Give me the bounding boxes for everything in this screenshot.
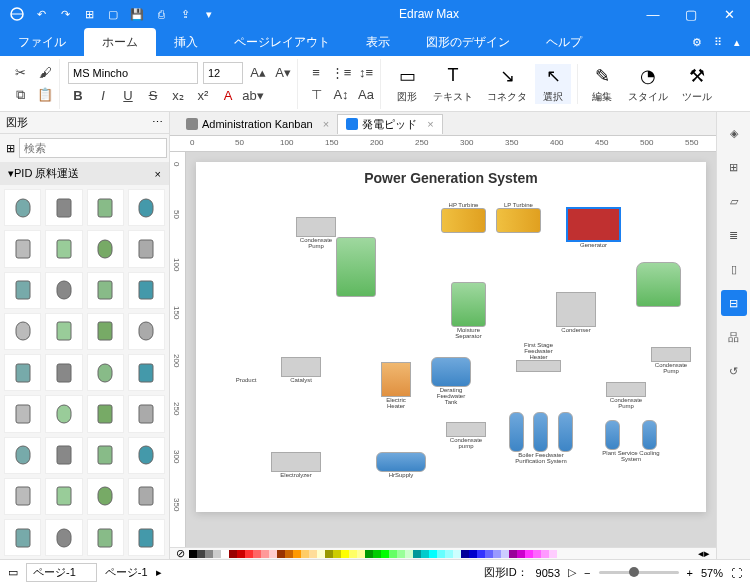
color-swatch[interactable] xyxy=(333,550,341,558)
copy-icon[interactable]: ⧉ xyxy=(10,85,30,105)
color-swatch[interactable] xyxy=(445,550,453,558)
shape-stencil[interactable] xyxy=(128,230,165,267)
shape-stencil[interactable] xyxy=(45,354,82,391)
tab-shape-design[interactable]: 図形のデザイン xyxy=(408,28,528,56)
color-swatch[interactable] xyxy=(429,550,437,558)
app-logo-icon[interactable] xyxy=(6,3,28,25)
no-fill-icon[interactable]: ⊘ xyxy=(176,547,185,560)
tab-home[interactable]: ホーム xyxy=(84,28,156,56)
color-swatch[interactable] xyxy=(301,550,309,558)
eq-condensate-pump-1[interactable]: Condensate Pump xyxy=(296,217,336,249)
color-swatch[interactable] xyxy=(229,550,237,558)
text-button[interactable]: Tテキスト xyxy=(427,64,479,104)
color-swatch[interactable] xyxy=(453,550,461,558)
shape-stencil[interactable] xyxy=(128,478,165,515)
palette-scroll-right-icon[interactable]: ▸ xyxy=(704,547,710,560)
color-swatch[interactable] xyxy=(509,550,517,558)
color-swatch[interactable] xyxy=(213,550,221,558)
color-swatch[interactable] xyxy=(277,550,285,558)
shape-stencil[interactable] xyxy=(4,354,41,391)
rt-image-icon[interactable]: ▱ xyxy=(721,188,747,214)
underline-icon[interactable]: U xyxy=(118,86,138,106)
strike-icon[interactable]: S xyxy=(143,86,163,106)
shape-stencil[interactable] xyxy=(128,272,165,309)
zoom-in-icon[interactable]: + xyxy=(687,567,693,579)
shape-stencil[interactable] xyxy=(45,395,82,432)
shape-stencil[interactable] xyxy=(87,272,124,309)
color-swatch[interactable] xyxy=(261,550,269,558)
shape-stencil[interactable] xyxy=(4,478,41,515)
eq-h-supply[interactable]: HrSupply xyxy=(376,452,426,478)
qat-dropdown-icon[interactable]: ▾ xyxy=(198,3,220,25)
color-swatch[interactable] xyxy=(253,550,261,558)
edit-button[interactable]: ✎編集 xyxy=(584,64,620,104)
eq-moisture-separator[interactable]: Moisture Separator xyxy=(451,282,486,339)
eq-condensate-pump-4[interactable]: Condensate Pump xyxy=(606,382,646,409)
eq-hp-turbine[interactable]: HP Turbine xyxy=(441,202,486,233)
color-swatch[interactable] xyxy=(237,550,245,558)
redo-icon[interactable]: ↷ xyxy=(54,3,76,25)
page-view-icon[interactable]: ▭ xyxy=(8,566,18,579)
color-swatch[interactable] xyxy=(413,550,421,558)
shape-stencil[interactable] xyxy=(45,230,82,267)
shape-category-header[interactable]: ▾ PID 原料運送 × xyxy=(0,162,169,185)
open-icon[interactable]: ▢ xyxy=(102,3,124,25)
subscript-icon[interactable]: x₂ xyxy=(168,86,188,106)
shape-stencil[interactable] xyxy=(87,313,124,350)
diagram-page[interactable]: Power Generation System Condensate Pump … xyxy=(196,162,706,512)
color-swatch[interactable] xyxy=(189,550,197,558)
maximize-button[interactable]: ▢ xyxy=(676,7,706,22)
shape-stencil[interactable] xyxy=(4,230,41,267)
tab-file[interactable]: ファイル xyxy=(0,28,84,56)
tab-insert[interactable]: 挿入 xyxy=(156,28,216,56)
color-swatch[interactable] xyxy=(325,550,333,558)
color-swatch[interactable] xyxy=(533,550,541,558)
color-swatch[interactable] xyxy=(525,550,533,558)
format-painter-icon[interactable]: 🖌 xyxy=(35,63,55,83)
doc-tab-power-gen[interactable]: 発電ピッド× xyxy=(337,114,442,134)
color-swatch[interactable] xyxy=(517,550,525,558)
bold-icon[interactable]: B xyxy=(68,86,88,106)
print-icon[interactable]: ⎙ xyxy=(150,3,172,25)
page-tab[interactable]: ページ-1 xyxy=(105,565,148,580)
italic-icon[interactable]: I xyxy=(93,86,113,106)
color-swatch[interactable] xyxy=(501,550,509,558)
shape-stencil[interactable] xyxy=(45,189,82,226)
shapes-lib-icon[interactable]: ⊞ xyxy=(6,142,15,155)
shape-stencil[interactable] xyxy=(128,354,165,391)
tab-help[interactable]: ヘルプ xyxy=(528,28,600,56)
color-swatch[interactable] xyxy=(197,550,205,558)
shape-stencil[interactable] xyxy=(87,230,124,267)
color-swatch[interactable] xyxy=(341,550,349,558)
color-swatch[interactable] xyxy=(285,550,293,558)
font-name-select[interactable] xyxy=(68,62,198,84)
add-page-icon[interactable]: ▸ xyxy=(156,566,162,579)
presentation-icon[interactable]: ▷ xyxy=(568,566,576,579)
increase-font-icon[interactable]: A▴ xyxy=(248,63,268,83)
shape-stencil[interactable] xyxy=(45,519,82,556)
color-swatch[interactable] xyxy=(469,550,477,558)
color-swatch[interactable] xyxy=(397,550,405,558)
rt-history-icon[interactable]: ↺ xyxy=(721,358,747,384)
fit-page-icon[interactable]: ⛶ xyxy=(731,567,742,579)
shapes-panel-more-icon[interactable]: ⋯ xyxy=(152,116,163,129)
zoom-out-icon[interactable]: − xyxy=(584,567,590,579)
shape-stencil[interactable] xyxy=(87,189,124,226)
shape-stencil[interactable] xyxy=(4,519,41,556)
collapse-ribbon-icon[interactable]: ▴ xyxy=(734,36,740,49)
shape-stencil[interactable] xyxy=(128,519,165,556)
color-swatch[interactable] xyxy=(357,550,365,558)
select-button[interactable]: ↖選択 xyxy=(535,64,571,104)
shape-stencil[interactable] xyxy=(128,313,165,350)
color-swatch[interactable] xyxy=(485,550,493,558)
color-swatch[interactable] xyxy=(477,550,485,558)
eq-stack[interactable] xyxy=(336,237,376,297)
rt-grid-icon[interactable]: ⊞ xyxy=(721,154,747,180)
color-swatch[interactable] xyxy=(461,550,469,558)
font-color-icon[interactable]: A xyxy=(218,86,238,106)
eq-catalyst[interactable]: Catalyst xyxy=(281,357,321,383)
eq-first-stage-heater[interactable]: First Stage Feedwater Heater xyxy=(516,342,561,372)
zoom-slider[interactable] xyxy=(599,571,679,574)
align-left-icon[interactable]: ≡ xyxy=(306,63,326,83)
bullets-icon[interactable]: ⋮≡ xyxy=(331,63,351,83)
